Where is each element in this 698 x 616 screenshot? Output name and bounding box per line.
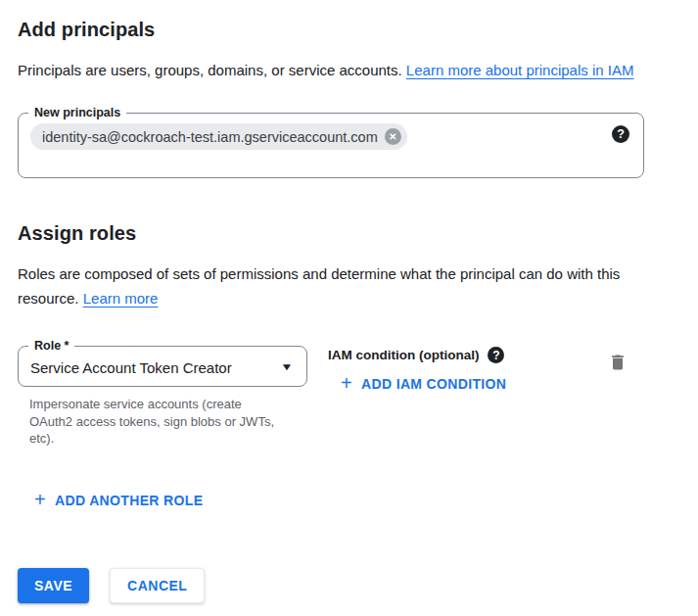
plus-icon: + [341,373,352,393]
new-principals-field[interactable]: New principals identity-sa@cockroach-tes… [18,113,644,178]
iam-condition-label: IAM condition (optional) [328,348,479,362]
chip-remove-icon[interactable]: ✕ [385,128,401,145]
chevron-down-icon: ▼ [280,361,293,372]
page-title: Add principals [18,17,644,42]
principals-description-text: Principals are users, groups, domains, o… [18,62,402,78]
plus-icon: + [34,490,46,509]
dialog-actions: SAVE CANCEL [18,568,644,603]
role-selected-value: Service Account Token Creator [30,357,232,376]
assign-roles-title: Assign roles [18,220,644,246]
role-label: Role * [28,338,74,355]
add-principals-panel: Add principals Principals are users, gro… [0,0,698,603]
learn-more-principals-link[interactable]: Learn more about principals in IAM [406,62,634,78]
add-iam-condition-label: ADD IAM CONDITION [361,376,506,392]
role-row: Role * Service Account Token Creator ▼ I… [18,346,644,448]
principals-description: Principals are users, groups, domains, o… [18,58,644,82]
role-column: Role * Service Account Token Creator ▼ I… [18,346,307,448]
delete-icon [608,360,628,375]
save-button[interactable]: SAVE [18,568,89,603]
add-another-role-button[interactable]: + ADD ANOTHER ROLE [34,492,203,509]
add-another-role-label: ADD ANOTHER ROLE [55,493,203,508]
iam-condition-label-row: IAM condition (optional) ? [328,346,608,363]
role-helper-text: Impersonate service accounts (create OAu… [29,396,282,448]
new-principals-label: New principals [28,105,126,121]
iam-condition-column: IAM condition (optional) ? + ADD IAM CON… [328,346,608,393]
add-iam-condition-button[interactable]: + ADD IAM CONDITION [341,375,506,393]
new-principals-help-icon[interactable]: ? [612,125,629,143]
learn-more-roles-link[interactable]: Learn more [83,290,159,307]
assign-roles-description: Roles are composed of sets of permission… [18,261,644,310]
principal-chip-text: identity-sa@cockroach-test.iam.gservicea… [42,129,378,145]
iam-condition-help-icon[interactable]: ? [488,347,504,363]
delete-role-button[interactable] [608,353,628,375]
role-select[interactable]: Role * Service Account Token Creator ▼ [18,346,307,387]
delete-role-column [608,346,644,375]
cancel-button[interactable]: CANCEL [110,568,205,603]
principal-chip: identity-sa@cockroach-test.iam.gservicea… [30,123,407,150]
